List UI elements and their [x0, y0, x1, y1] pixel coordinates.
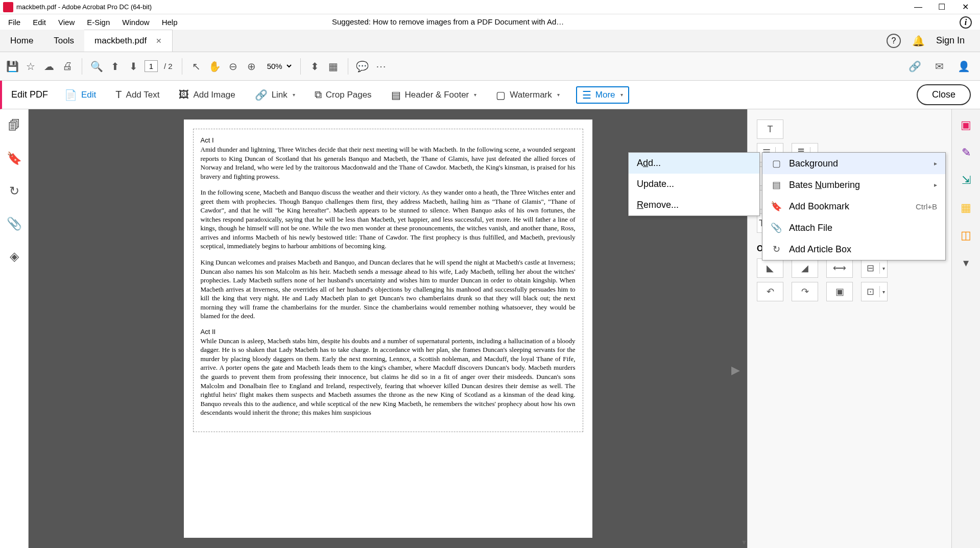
zoom-select[interactable]: 50%: [263, 60, 293, 72]
attachments-icon[interactable]: 📎: [7, 217, 22, 231]
rotate-right-button[interactable]: ↷: [792, 282, 818, 301]
text-format-button[interactable]: T: [757, 120, 783, 139]
menu-file[interactable]: File: [2, 16, 27, 29]
cloud-upload-icon[interactable]: ☁: [42, 59, 56, 74]
menu-window[interactable]: Window: [116, 16, 155, 29]
zoom-out-icon[interactable]: ⊖: [226, 59, 241, 74]
replace-image-button[interactable]: ▣: [826, 282, 853, 301]
watermark-add-item[interactable]: Add...: [629, 153, 759, 174]
more-article-item[interactable]: ↻ Add Article Box: [762, 239, 945, 260]
reflow-icon[interactable]: ↻: [9, 184, 19, 198]
find-icon[interactable]: 🔍: [89, 59, 104, 74]
create-pdf-icon[interactable]: ▣: [961, 118, 971, 132]
watermark-update-item[interactable]: Update...: [629, 174, 759, 195]
expand-tools-icon[interactable]: ▾: [963, 256, 969, 270]
menu-edit[interactable]: Edit: [27, 16, 52, 29]
comment-icon[interactable]: 💬: [355, 59, 370, 74]
align-objects-button[interactable]: ⊟▾: [861, 258, 888, 278]
act2-heading: Act II: [201, 328, 576, 336]
thumbnails-icon[interactable]: 🗐: [8, 118, 20, 133]
doc-paragraph[interactable]: In the following scene, Macbeth and Banq…: [201, 188, 576, 251]
minimize-button[interactable]: —: [914, 3, 923, 12]
page-total-label: / 2: [162, 62, 175, 70]
rotate-left-button[interactable]: ↶: [757, 282, 783, 301]
background-icon: ▢: [771, 158, 782, 169]
menu-esign[interactable]: E-Sign: [81, 16, 116, 29]
add-image-tool[interactable]: 🖼Add Image: [176, 87, 238, 103]
maximize-button[interactable]: ☐: [937, 3, 946, 12]
save-icon[interactable]: 💾: [5, 59, 19, 74]
edit-pdf-icon[interactable]: ✎: [962, 146, 971, 159]
organize-pages-icon[interactable]: ▦: [961, 201, 971, 215]
zoom-in-icon[interactable]: ⊕: [245, 59, 259, 74]
edit-pdf-title: Edit PDF: [11, 89, 48, 100]
header-footer-tool[interactable]: ▤Header & Footer▾: [388, 87, 480, 103]
notifications-icon[interactable]: 🔔: [912, 35, 925, 47]
window-title: mackbeth.pdf - Adobe Acrobat Pro DC (64-…: [16, 3, 914, 11]
article-icon: ↻: [771, 244, 782, 255]
page-number-input[interactable]: [145, 60, 158, 72]
edit-tool[interactable]: 📄Edit: [61, 87, 99, 103]
watermark-dropdown: Add... Update... Remove...: [628, 152, 760, 216]
bookmark-icon: 🔖: [771, 201, 782, 212]
add-text-tool[interactable]: TAdd Text: [112, 87, 162, 103]
more-background-item[interactable]: ▢ Background▸: [762, 153, 945, 174]
watermark-remove-item[interactable]: Remove...: [629, 195, 759, 216]
close-window-button[interactable]: ✕: [961, 3, 970, 12]
watermark-tool[interactable]: ▢Watermark▾: [493, 87, 563, 103]
info-icon[interactable]: i: [960, 16, 972, 29]
flip-vertical-button[interactable]: ◢: [792, 258, 818, 278]
tab-tools[interactable]: Tools: [43, 30, 84, 52]
watermark-icon: ▢: [496, 89, 506, 101]
acrobat-icon: [3, 2, 13, 12]
attach-icon: 📎: [771, 222, 782, 233]
more-tools-icon[interactable]: ⋯: [374, 59, 388, 74]
text-icon: T: [115, 89, 122, 101]
document-page[interactable]: Act I Amid thunder and lightning, Three …: [184, 120, 592, 538]
crop-object-button[interactable]: ⟷: [826, 258, 853, 278]
email-icon[interactable]: ✉: [932, 59, 946, 74]
tab-close-icon[interactable]: ✕: [156, 37, 162, 45]
link-tool-icon[interactable]: 🔗: [907, 59, 922, 74]
menu-view[interactable]: View: [52, 16, 81, 29]
select-tool-icon[interactable]: ↖: [189, 59, 204, 74]
more-bates-item[interactable]: ▤ Bates Numbering▸: [762, 174, 945, 196]
combine-files-icon[interactable]: ◫: [961, 229, 971, 242]
expand-right-icon[interactable]: ▶: [731, 364, 740, 377]
close-editbar-button[interactable]: Close: [917, 84, 971, 105]
tab-home[interactable]: Home: [0, 30, 43, 52]
image-icon: 🖼: [179, 89, 189, 101]
page-display-icon[interactable]: ▦: [326, 59, 341, 74]
star-icon[interactable]: ☆: [23, 59, 38, 74]
tab-document[interactable]: mackbeth.pdf ✕: [84, 30, 173, 52]
export-pdf-icon[interactable]: ⇲: [962, 174, 971, 187]
scroll-down-icon[interactable]: ▾: [742, 537, 746, 547]
hand-tool-icon[interactable]: ✋: [208, 59, 222, 74]
flip-horizontal-button[interactable]: ◣: [757, 258, 783, 278]
bookmarks-icon[interactable]: 🔖: [7, 151, 22, 165]
link-tool[interactable]: 🔗Link▾: [252, 87, 298, 103]
page-down-icon[interactable]: ⬇: [126, 59, 140, 74]
arrange-button[interactable]: ⊡▾: [861, 282, 888, 301]
doc-paragraph[interactable]: While Duncan is asleep, Macbeth stabs hi…: [201, 337, 576, 417]
help-icon[interactable]: ?: [887, 34, 901, 48]
more-bookmark-item[interactable]: 🔖 Add BookmarkCtrl+B: [762, 196, 945, 217]
account-icon[interactable]: 👤: [957, 59, 971, 74]
menu-help[interactable]: Help: [156, 16, 184, 29]
doc-paragraph[interactable]: King Duncan welcomes and praises Macbeth…: [201, 258, 576, 321]
sign-in-button[interactable]: Sign In: [936, 35, 965, 46]
suggested-banner[interactable]: Suggested: How to remove images from a P…: [327, 15, 852, 31]
page-up-icon[interactable]: ⬆: [108, 59, 122, 74]
more-tool[interactable]: ☰More▾: [576, 86, 629, 104]
layers-icon[interactable]: ◈: [10, 249, 19, 264]
fit-width-icon[interactable]: ⬍: [308, 59, 322, 74]
more-attach-item[interactable]: 📎 Attach File: [762, 217, 945, 239]
print-icon[interactable]: 🖨: [60, 59, 75, 74]
more-dropdown: ▢ Background▸ ▤ Bates Numbering▸ 🔖 Add B…: [762, 152, 946, 260]
tab-document-label: mackbeth.pdf: [94, 36, 147, 46]
crop-pages-tool[interactable]: ⧉Crop Pages: [312, 87, 375, 103]
edit-icon: 📄: [64, 89, 77, 101]
bates-icon: ▤: [771, 179, 782, 190]
doc-paragraph[interactable]: Amid thunder and lightning, Three Witche…: [201, 145, 576, 181]
more-icon: ☰: [582, 89, 591, 101]
